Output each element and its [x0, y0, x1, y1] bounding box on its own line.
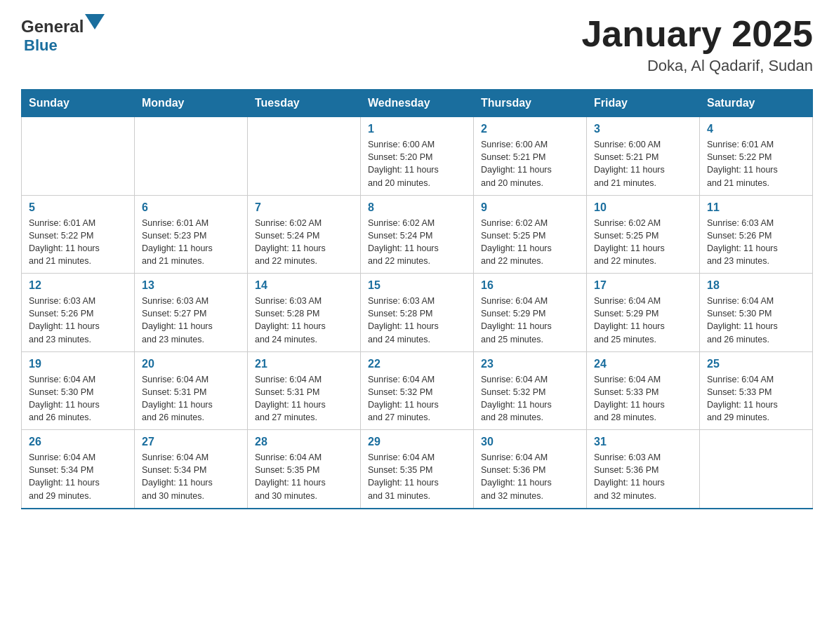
calendar-cell: 8Sunrise: 6:02 AMSunset: 5:24 PMDaylight… [361, 195, 474, 274]
day-number: 10 [594, 201, 692, 214]
calendar-cell: 18Sunrise: 6:04 AMSunset: 5:30 PMDayligh… [700, 274, 813, 352]
calendar-cell: 26Sunrise: 6:04 AMSunset: 5:34 PMDayligh… [22, 430, 135, 509]
day-number: 13 [142, 279, 240, 292]
calendar-cell: 30Sunrise: 6:04 AMSunset: 5:36 PMDayligh… [474, 430, 587, 509]
day-number: 12 [29, 279, 127, 292]
day-number: 17 [594, 279, 692, 292]
calendar-cell [135, 117, 248, 196]
calendar-cell: 4Sunrise: 6:01 AMSunset: 5:22 PMDaylight… [700, 117, 813, 196]
calendar-cell: 13Sunrise: 6:03 AMSunset: 5:27 PMDayligh… [135, 274, 248, 352]
calendar-cell: 14Sunrise: 6:03 AMSunset: 5:28 PMDayligh… [248, 274, 361, 352]
calendar-header-row: SundayMondayTuesdayWednesdayThursdayFrid… [22, 90, 813, 117]
day-info: Sunrise: 6:01 AMSunset: 5:23 PMDaylight:… [142, 217, 240, 268]
day-number: 21 [255, 358, 353, 370]
calendar-day-header: Friday [587, 90, 700, 117]
day-number: 14 [255, 279, 353, 292]
day-info: Sunrise: 6:04 AMSunset: 5:31 PMDaylight:… [142, 373, 240, 424]
title-block: January 2025 Doka, Al Qadarif, Sudan [581, 14, 813, 75]
calendar-cell: 31Sunrise: 6:03 AMSunset: 5:36 PMDayligh… [587, 430, 700, 509]
day-number: 30 [481, 436, 579, 448]
calendar-day-header: Sunday [22, 90, 135, 117]
day-info: Sunrise: 6:03 AMSunset: 5:26 PMDaylight:… [707, 217, 805, 268]
calendar-cell [700, 430, 813, 509]
page-subtitle: Doka, Al Qadarif, Sudan [581, 57, 813, 75]
day-info: Sunrise: 6:04 AMSunset: 5:34 PMDaylight:… [142, 451, 240, 502]
calendar-cell: 28Sunrise: 6:04 AMSunset: 5:35 PMDayligh… [248, 430, 361, 509]
calendar-cell: 20Sunrise: 6:04 AMSunset: 5:31 PMDayligh… [135, 351, 248, 430]
day-info: Sunrise: 6:02 AMSunset: 5:25 PMDaylight:… [481, 217, 579, 268]
day-info: Sunrise: 6:00 AMSunset: 5:21 PMDaylight:… [481, 138, 579, 189]
day-info: Sunrise: 6:04 AMSunset: 5:36 PMDaylight:… [481, 451, 579, 502]
day-info: Sunrise: 6:04 AMSunset: 5:32 PMDaylight:… [368, 373, 466, 424]
day-info: Sunrise: 6:00 AMSunset: 5:21 PMDaylight:… [594, 138, 692, 189]
calendar-week-row: 19Sunrise: 6:04 AMSunset: 5:30 PMDayligh… [22, 351, 813, 430]
calendar-cell: 21Sunrise: 6:04 AMSunset: 5:31 PMDayligh… [248, 351, 361, 430]
day-number: 25 [707, 358, 805, 370]
calendar-header: SundayMondayTuesdayWednesdayThursdayFrid… [22, 90, 813, 117]
day-info: Sunrise: 6:00 AMSunset: 5:20 PMDaylight:… [368, 138, 466, 189]
calendar-cell: 12Sunrise: 6:03 AMSunset: 5:26 PMDayligh… [22, 274, 135, 352]
day-info: Sunrise: 6:03 AMSunset: 5:36 PMDaylight:… [594, 451, 692, 502]
day-number: 20 [142, 358, 240, 370]
calendar-cell [22, 117, 135, 196]
day-info: Sunrise: 6:04 AMSunset: 5:32 PMDaylight:… [481, 373, 579, 424]
calendar-cell: 5Sunrise: 6:01 AMSunset: 5:22 PMDaylight… [22, 195, 135, 274]
calendar-cell: 19Sunrise: 6:04 AMSunset: 5:30 PMDayligh… [22, 351, 135, 430]
day-info: Sunrise: 6:04 AMSunset: 5:33 PMDaylight:… [707, 373, 805, 424]
calendar-day-header: Saturday [700, 90, 813, 117]
day-number: 24 [594, 358, 692, 370]
day-number: 22 [368, 358, 466, 370]
day-number: 29 [368, 436, 466, 448]
day-info: Sunrise: 6:04 AMSunset: 5:35 PMDaylight:… [255, 451, 353, 502]
page-header: General Blue January 2025 Doka, Al Qadar… [21, 14, 813, 75]
day-info: Sunrise: 6:01 AMSunset: 5:22 PMDaylight:… [29, 217, 127, 268]
day-number: 28 [255, 436, 353, 448]
calendar-day-header: Thursday [474, 90, 587, 117]
calendar-week-row: 26Sunrise: 6:04 AMSunset: 5:34 PMDayligh… [22, 430, 813, 509]
calendar-cell: 11Sunrise: 6:03 AMSunset: 5:26 PMDayligh… [700, 195, 813, 274]
logo-general-text: General [21, 17, 84, 36]
calendar-cell: 16Sunrise: 6:04 AMSunset: 5:29 PMDayligh… [474, 274, 587, 352]
day-number: 1 [368, 123, 466, 135]
day-number: 9 [481, 201, 579, 214]
day-number: 5 [29, 201, 127, 214]
day-info: Sunrise: 6:04 AMSunset: 5:30 PMDaylight:… [29, 373, 127, 424]
calendar-table: SundayMondayTuesdayWednesdayThursdayFrid… [21, 89, 813, 509]
day-info: Sunrise: 6:02 AMSunset: 5:24 PMDaylight:… [368, 217, 466, 268]
day-number: 16 [481, 279, 579, 292]
day-number: 26 [29, 436, 127, 448]
logo-triangle-icon [85, 14, 106, 34]
logo: General Blue [21, 14, 106, 55]
day-info: Sunrise: 6:03 AMSunset: 5:27 PMDaylight:… [142, 295, 240, 346]
calendar-cell: 22Sunrise: 6:04 AMSunset: 5:32 PMDayligh… [361, 351, 474, 430]
calendar-cell: 15Sunrise: 6:03 AMSunset: 5:28 PMDayligh… [361, 274, 474, 352]
calendar-cell: 17Sunrise: 6:04 AMSunset: 5:29 PMDayligh… [587, 274, 700, 352]
day-info: Sunrise: 6:03 AMSunset: 5:26 PMDaylight:… [29, 295, 127, 346]
calendar-cell: 29Sunrise: 6:04 AMSunset: 5:35 PMDayligh… [361, 430, 474, 509]
day-info: Sunrise: 6:04 AMSunset: 5:34 PMDaylight:… [29, 451, 127, 502]
day-number: 2 [481, 123, 579, 135]
page-title: January 2025 [581, 14, 813, 54]
calendar-cell: 7Sunrise: 6:02 AMSunset: 5:24 PMDaylight… [248, 195, 361, 274]
calendar-cell: 25Sunrise: 6:04 AMSunset: 5:33 PMDayligh… [700, 351, 813, 430]
day-number: 4 [707, 123, 805, 135]
calendar-cell: 27Sunrise: 6:04 AMSunset: 5:34 PMDayligh… [135, 430, 248, 509]
day-info: Sunrise: 6:04 AMSunset: 5:35 PMDaylight:… [368, 451, 466, 502]
day-number: 19 [29, 358, 127, 370]
day-info: Sunrise: 6:04 AMSunset: 5:30 PMDaylight:… [707, 295, 805, 346]
calendar-cell: 6Sunrise: 6:01 AMSunset: 5:23 PMDaylight… [135, 195, 248, 274]
day-number: 11 [707, 201, 805, 214]
calendar-week-row: 5Sunrise: 6:01 AMSunset: 5:22 PMDaylight… [22, 195, 813, 274]
day-number: 27 [142, 436, 240, 448]
calendar-week-row: 12Sunrise: 6:03 AMSunset: 5:26 PMDayligh… [22, 274, 813, 352]
day-info: Sunrise: 6:04 AMSunset: 5:31 PMDaylight:… [255, 373, 353, 424]
day-info: Sunrise: 6:02 AMSunset: 5:24 PMDaylight:… [255, 217, 353, 268]
day-info: Sunrise: 6:03 AMSunset: 5:28 PMDaylight:… [368, 295, 466, 346]
day-info: Sunrise: 6:02 AMSunset: 5:25 PMDaylight:… [594, 217, 692, 268]
calendar-cell: 1Sunrise: 6:00 AMSunset: 5:20 PMDaylight… [361, 117, 474, 196]
calendar-day-header: Wednesday [361, 90, 474, 117]
day-info: Sunrise: 6:04 AMSunset: 5:29 PMDaylight:… [481, 295, 579, 346]
day-number: 3 [594, 123, 692, 135]
day-number: 6 [142, 201, 240, 214]
calendar-week-row: 1Sunrise: 6:00 AMSunset: 5:20 PMDaylight… [22, 117, 813, 196]
